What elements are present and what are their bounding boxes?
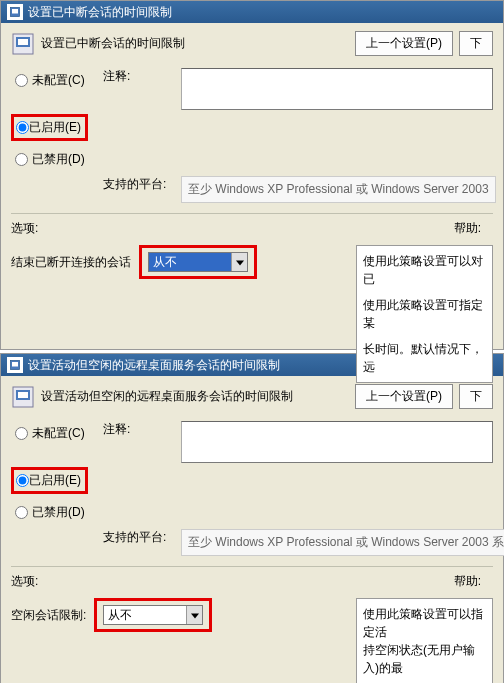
dropdown-label: 空闲会话限制: <box>11 607 86 624</box>
prev-setting-button[interactable]: 上一个设置(P) <box>355 31 453 56</box>
prev-setting-button[interactable]: 上一个设置(P) <box>355 384 453 409</box>
radio-enabled-label[interactable]: 已启用(E) <box>29 472 81 489</box>
radio-enabled[interactable] <box>16 121 29 134</box>
svg-rect-1 <box>12 9 18 14</box>
policy-dialog-disconnected: 设置已中断会话的时间限制 设置已中断会话的时间限制 上一个设置(P) 下 未配置… <box>0 0 504 350</box>
svg-rect-4 <box>18 39 28 45</box>
comment-input[interactable] <box>181 421 493 463</box>
help-line: 持空闲状态(无用户输入)的最 <box>363 641 486 677</box>
help-line: 使用此策略设置可以指定活 <box>363 605 486 641</box>
window-title: 设置已中断会话的时间限制 <box>28 4 172 21</box>
help-label: 帮助: <box>454 220 481 237</box>
policy-dialog-idle: 设置活动但空闲的远程桌面服务会话的时间限制 设置活动但空闲的远程桌面服务会话的时… <box>0 353 504 683</box>
options-label: 选项: <box>11 220 38 237</box>
policy-large-icon <box>11 32 35 56</box>
radio-unconfigured-label[interactable]: 未配置(C) <box>32 425 85 442</box>
svg-rect-9 <box>18 392 28 398</box>
radio-unconfigured-label[interactable]: 未配置(C) <box>32 72 85 89</box>
platform-value: 至少 Windows XP Professional 或 Windows Ser… <box>181 529 504 556</box>
policy-large-icon <box>11 385 35 409</box>
comment-label: 注释: <box>103 421 181 438</box>
help-line: 使用此策略设置可指定某 <box>363 296 486 332</box>
dropdown-label: 结束已断开连接的会话 <box>11 254 131 271</box>
radio-disabled-label[interactable]: 已禁用(D) <box>32 151 85 168</box>
highlight-dropdown: 从不 <box>139 245 257 279</box>
radio-unconfigured[interactable] <box>15 427 28 440</box>
highlight-enabled: 已启用(E) <box>11 114 88 141</box>
highlight-dropdown: 从不 <box>94 598 212 632</box>
radio-enabled[interactable] <box>16 474 29 487</box>
session-limit-dropdown[interactable]: 从不 <box>148 252 248 272</box>
svg-rect-6 <box>12 362 18 367</box>
radio-disabled[interactable] <box>15 153 28 166</box>
comment-label: 注释: <box>103 68 181 85</box>
dialog-header: 设置已中断会话的时间限制 <box>41 35 185 52</box>
radio-disabled[interactable] <box>15 506 28 519</box>
idle-limit-dropdown[interactable]: 从不 <box>103 605 203 625</box>
next-setting-button[interactable]: 下 <box>459 384 493 409</box>
radio-disabled-label[interactable]: 已禁用(D) <box>32 504 85 521</box>
divider <box>11 566 493 567</box>
platform-value: 至少 Windows XP Professional 或 Windows Ser… <box>181 176 496 203</box>
dialog-header: 设置活动但空闲的远程桌面服务会话的时间限制 <box>41 388 293 405</box>
platform-label: 支持的平台: <box>103 176 181 193</box>
help-label: 帮助: <box>454 573 481 590</box>
help-line: 使用此策略设置可以对已 <box>363 252 486 288</box>
policy-icon <box>7 4 23 20</box>
policy-icon <box>7 357 23 373</box>
titlebar: 设置已中断会话的时间限制 <box>1 1 503 23</box>
next-setting-button[interactable]: 下 <box>459 31 493 56</box>
help-text-box: 使用此策略设置可以对已 使用此策略设置可指定某 长时间。默认情况下，远 <box>356 245 493 383</box>
divider <box>11 213 493 214</box>
radio-enabled-label[interactable]: 已启用(E) <box>29 119 81 136</box>
help-text-box: 使用此策略设置可以指定活 持空闲状态(无用户输入)的最 如果启用此策略设置，则必… <box>356 598 493 683</box>
highlight-enabled: 已启用(E) <box>11 467 88 494</box>
help-line: 长时间。默认情况下，远 <box>363 340 486 376</box>
platform-label: 支持的平台: <box>103 529 181 546</box>
window-title: 设置活动但空闲的远程桌面服务会话的时间限制 <box>28 357 280 374</box>
options-label: 选项: <box>11 573 38 590</box>
comment-input[interactable] <box>181 68 493 110</box>
radio-unconfigured[interactable] <box>15 74 28 87</box>
session-limit-dropdown-wrap: 从不 <box>148 252 248 272</box>
idle-limit-dropdown-wrap: 从不 <box>103 605 203 625</box>
